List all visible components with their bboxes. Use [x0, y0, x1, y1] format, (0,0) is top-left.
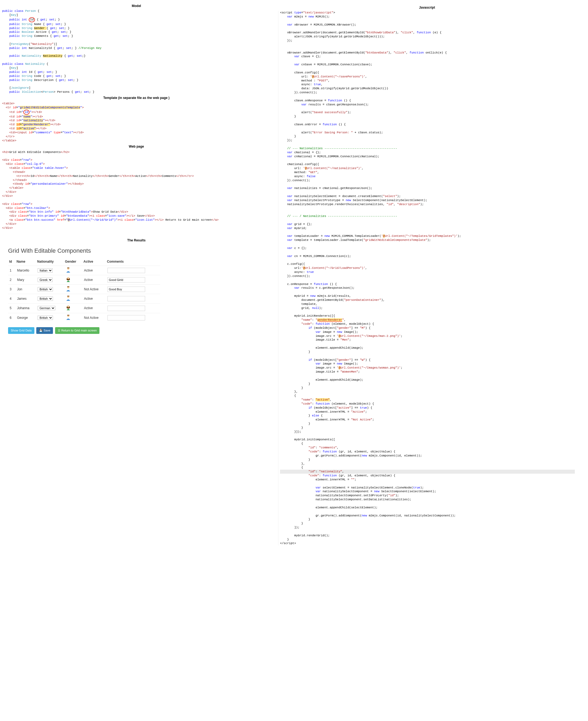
table-row: 2MaryGreek Active	[8, 275, 160, 284]
cell-nat: British	[36, 294, 64, 304]
svg-rect-9	[67, 315, 69, 315]
woman-icon	[66, 276, 71, 282]
cell-nat: Greek	[36, 275, 64, 284]
cell-active: Active	[83, 294, 106, 304]
svg-rect-1	[67, 267, 69, 268]
nationality-select[interactable]: British	[38, 287, 53, 291]
table-row: 1MarcelloItalian Active	[8, 266, 160, 275]
cell-name: George	[15, 313, 36, 322]
col-name: Name	[15, 258, 36, 266]
cell-comment	[106, 313, 160, 322]
comment-input[interactable]	[107, 287, 145, 292]
results-panel: Grid With Editable Components Id Name Na…	[2, 244, 271, 334]
svg-rect-6	[67, 296, 69, 296]
return-button[interactable]: ☰ Return to Grid main screen	[55, 327, 100, 334]
col-id: Id	[8, 258, 15, 266]
man-icon	[66, 314, 71, 320]
cell-id: 3	[8, 285, 15, 294]
nationality-select[interactable]: German	[38, 306, 55, 310]
cell-gender	[64, 285, 83, 294]
cell-name: Jon	[15, 285, 36, 294]
nationality-select[interactable]: Italian	[38, 268, 53, 273]
cell-id: 6	[8, 313, 15, 322]
heading-template: Template (in separate file as the web pa…	[2, 96, 271, 100]
man-icon	[66, 267, 71, 273]
nationality-select[interactable]: Greek	[38, 278, 53, 282]
circle-id: Id	[29, 17, 35, 22]
heading-results: The Results	[2, 238, 271, 243]
cell-comment	[106, 275, 160, 284]
results-header-row: Id Name Nationality Gender Active Commen…	[8, 258, 160, 266]
code-template: <table> <tr id="gridWithEditableComponen…	[2, 102, 271, 143]
cell-nat: British	[36, 313, 64, 322]
results-grid: Id Name Nationality Gender Active Commen…	[8, 258, 160, 322]
cell-active: Active	[83, 275, 106, 284]
col-nat: Nationality	[36, 258, 64, 266]
cell-gender	[64, 313, 83, 322]
cell-id: 2	[8, 275, 15, 284]
cell-id: 5	[8, 304, 15, 313]
cell-gender	[64, 266, 83, 275]
cell-name: Marcello	[15, 266, 36, 275]
heading-webpage: Web page	[2, 144, 271, 149]
code-model: public class Person { [Key] public int I…	[2, 9, 271, 94]
show-grid-data-button[interactable]: Show Grid Data	[8, 327, 35, 334]
col-com: Comments	[106, 258, 160, 266]
cell-gender	[64, 275, 83, 284]
save-button[interactable]: 💾 Save	[36, 327, 53, 334]
cell-gender	[64, 304, 83, 313]
cell-comment	[106, 266, 160, 275]
svg-point-7	[67, 306, 69, 308]
cell-active: Not Active	[83, 313, 106, 322]
cell-id: 4	[8, 294, 15, 304]
man-icon	[66, 286, 71, 291]
cell-active: Active	[83, 304, 106, 313]
cell-name: Johanna	[15, 304, 36, 313]
man-icon	[66, 295, 71, 301]
comment-input[interactable]	[107, 296, 145, 301]
cell-active: Active	[83, 266, 106, 275]
code-webpage: <h2>Grid With Editable Components</h2> <…	[2, 150, 271, 230]
nationality-select[interactable]: British	[38, 296, 53, 301]
cell-name: Mary	[15, 275, 36, 284]
comment-input[interactable]	[107, 315, 145, 321]
cell-active: Not Active	[83, 285, 106, 294]
table-row: 3JonBritish Not Active	[8, 285, 160, 294]
col-gend: Gender	[64, 258, 83, 266]
svg-rect-4	[67, 286, 69, 287]
col-act: Active	[83, 258, 106, 266]
woman-icon	[66, 305, 71, 310]
cell-gender	[64, 294, 83, 304]
table-row: 4JamesBritish Active	[8, 294, 160, 304]
comment-input[interactable]	[107, 268, 145, 273]
cell-comment	[106, 294, 160, 304]
cell-nat: British	[36, 285, 64, 294]
comment-input[interactable]	[107, 277, 145, 283]
cell-id: 1	[8, 266, 15, 275]
cell-comment	[106, 285, 160, 294]
cell-comment	[106, 304, 160, 313]
svg-point-2	[67, 277, 69, 279]
cell-nat: German	[36, 304, 64, 313]
heading-javascript: Javascript	[278, 5, 576, 10]
cell-name: James	[15, 294, 36, 304]
heading-model: Model	[2, 4, 271, 8]
cell-nat: Italian	[36, 266, 64, 275]
results-title: Grid With Editable Components	[8, 247, 270, 255]
nationality-select[interactable]: British	[38, 315, 53, 320]
table-row: 5JohannaGerman Active	[8, 304, 160, 313]
table-row: 6GeorgeBritish Not Active	[8, 313, 160, 322]
code-javascript: <script type="text/javascript"> var m2mj…	[278, 11, 576, 545]
comment-input[interactable]	[107, 306, 145, 311]
